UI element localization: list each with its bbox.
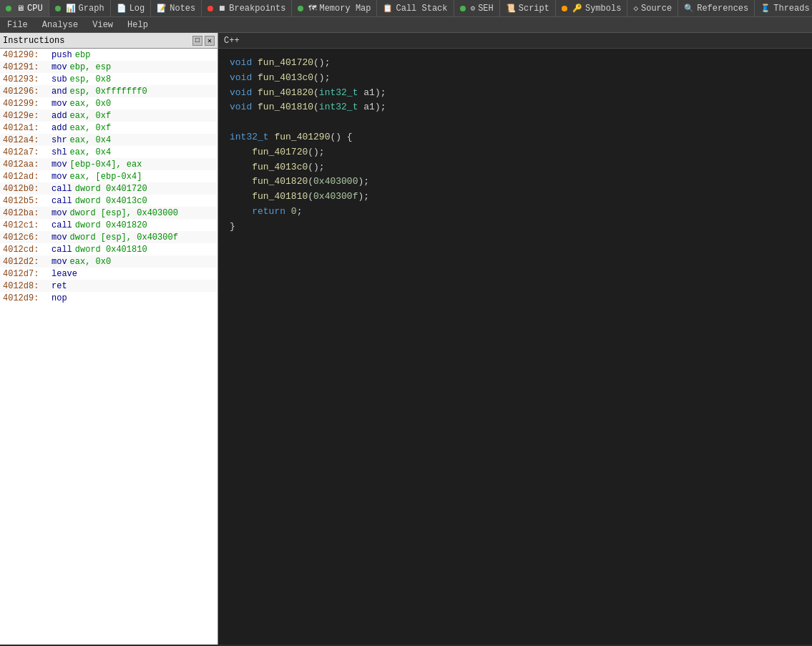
instr-address: 4012a1:	[3, 123, 46, 133]
table-row[interactable]: 4012d9:nop	[0, 292, 217, 304]
tab-script[interactable]: 📜Script	[500, 0, 556, 16]
instr-address: 401299:	[3, 99, 46, 109]
table-row[interactable]: 4012d7:leave	[0, 268, 217, 280]
panel-header: Instructions □ ✕	[0, 33, 217, 49]
table-row[interactable]: 4012c1:calldword 0x401820	[0, 219, 217, 231]
memmap-icon: 🗺	[308, 4, 316, 13]
graph-icon: 📊	[66, 4, 76, 13]
menu-help[interactable]: Help	[120, 17, 155, 32]
tab-seh[interactable]: ⚙SEH	[454, 0, 500, 16]
table-row[interactable]: 4012a7:shleax, 0x4	[0, 146, 217, 158]
instr-address: 4012a7:	[3, 147, 46, 157]
tab-label-threads: Threads	[773, 4, 809, 14]
symbols-icon: 🔑	[572, 4, 582, 13]
table-row[interactable]: 4012a4:shreax, 0x4	[0, 134, 217, 146]
table-row[interactable]: 4012b5:calldword 0x4013c0	[0, 195, 217, 207]
instr-operand: esp, 0xfffffff0	[70, 87, 147, 97]
bp-icon: ⏹	[218, 4, 226, 13]
seh-icon: ⚙	[471, 4, 476, 13]
instructions-list[interactable]: 401290:pushebp401291:movebp, esp401293:s…	[0, 49, 217, 645]
tab-breakpoints[interactable]: ⏹Breakpoints	[202, 0, 292, 16]
tab-cpu[interactable]: 🖥CPU	[0, 0, 49, 16]
table-row[interactable]: 401299:moveax, 0x0	[0, 97, 217, 109]
table-row[interactable]: 4012aa:mov[ebp-0x4], eax	[0, 158, 217, 170]
script-icon: 📜	[506, 4, 516, 13]
instr-address: 4012c6:	[3, 233, 46, 243]
float-button[interactable]: □	[192, 36, 202, 46]
table-row[interactable]: 4012ad:moveax, [ebp-0x4]	[0, 170, 217, 182]
callstack-icon: 📋	[383, 4, 393, 13]
menu-file[interactable]: File	[0, 17, 35, 32]
instr-operand: dword 0x401810	[75, 245, 147, 255]
menu-analyse[interactable]: Analyse	[35, 17, 85, 32]
menu-view[interactable]: View	[85, 17, 120, 32]
close-button[interactable]: ✕	[205, 36, 215, 46]
tab-symbols[interactable]: 🔑Symbols	[556, 0, 627, 16]
tab-label-script: Script	[519, 4, 549, 14]
instr-address: 401296:	[3, 87, 46, 97]
code-line: fun_401720();	[230, 145, 801, 160]
instr-operand: [ebp-0x4], eax	[70, 160, 142, 170]
instr-address: 401293:	[3, 74, 46, 84]
instr-operand: eax, 0x4	[70, 147, 112, 157]
tab-label-notes: Notes	[170, 4, 195, 14]
instr-opcode: call	[52, 196, 72, 206]
tab-references[interactable]: 🔍References	[678, 0, 755, 16]
table-row[interactable]: 40129e:addeax, 0xf	[0, 109, 217, 122]
tab-label-callstack: Call Stack	[396, 4, 447, 14]
table-row[interactable]: 4012c6:movdword [esp], 0x40300f	[0, 231, 217, 243]
code-line: void fun_401720();	[230, 56, 801, 71]
tab-label-breakpoints: Breakpoints	[229, 4, 285, 14]
tab-label-source: Source	[641, 4, 672, 14]
tab-notes[interactable]: 📝Notes	[151, 0, 202, 16]
menu-bar: FileAnalyseViewHelp	[0, 17, 812, 33]
instr-opcode: mov	[52, 208, 67, 218]
main-layout: Instructions □ ✕ 401290:pushebp401291:mo…	[0, 33, 812, 645]
instr-operand: dword 0x4013c0	[75, 196, 147, 206]
instr-opcode: mov	[52, 257, 67, 267]
tab-source[interactable]: ◇Source	[627, 0, 678, 16]
table-row[interactable]: 401290:pushebp	[0, 49, 217, 61]
table-row[interactable]: 4012d2:moveax, 0x0	[0, 255, 217, 268]
tab-threads[interactable]: 🧵Threads	[755, 0, 812, 16]
instr-opcode: call	[52, 220, 72, 230]
instr-opcode: mov	[52, 160, 67, 170]
instr-address: 4012d2:	[3, 257, 46, 267]
tab-log[interactable]: 📄Log	[111, 0, 152, 16]
tab-bar: 🖥CPU📊Graph📄Log📝Notes⏹Breakpoints🗺Memory …	[0, 0, 812, 17]
instr-operand: ebp	[75, 50, 91, 60]
code-line: fun_401820(0x403000);	[230, 175, 801, 190]
instr-address: 4012b0:	[3, 184, 46, 194]
instr-operand: eax, 0x0	[70, 99, 112, 109]
code-line: void fun_401820(int32_t a1);	[230, 86, 801, 101]
code-line: fun_401810(0x40300f);	[230, 190, 801, 205]
instr-operand: eax, 0xf	[70, 123, 112, 133]
code-area[interactable]: void fun_401720();void fun_4013c0();void…	[218, 49, 812, 645]
tab-callstack[interactable]: 📋Call Stack	[377, 0, 454, 16]
tab-label-memmap: Memory Map	[319, 4, 371, 14]
code-line: }	[230, 220, 801, 235]
table-row[interactable]: 4012a1:addeax, 0xf	[0, 122, 217, 134]
instr-operand: esp, 0x8	[70, 74, 112, 84]
table-row[interactable]: 401291:movebp, esp	[0, 61, 217, 73]
tab-memmap[interactable]: 🗺Memory Map	[292, 0, 377, 16]
instr-opcode: mov	[52, 172, 67, 182]
instr-address: 401291:	[3, 62, 46, 72]
table-row[interactable]: 401293:subesp, 0x8	[0, 73, 217, 85]
instr-address: 4012d9:	[3, 293, 46, 303]
table-row[interactable]: 4012ba:movdword [esp], 0x403000	[0, 207, 217, 219]
instr-address: 4012b5:	[3, 196, 46, 206]
instr-opcode: and	[52, 87, 67, 97]
code-line: fun_4013c0();	[230, 160, 801, 175]
code-line: return 0;	[230, 205, 801, 220]
tab-graph[interactable]: 📊Graph	[49, 0, 111, 16]
tab-label-seh: SEH	[478, 4, 494, 14]
table-row[interactable]: 4012b0:calldword 0x401720	[0, 182, 217, 195]
tab-label-references: References	[697, 4, 748, 14]
instr-opcode: mov	[52, 62, 67, 72]
table-row[interactable]: 4012d8:ret	[0, 280, 217, 292]
table-row[interactable]: 401296:andesp, 0xfffffff0	[0, 85, 217, 97]
table-row[interactable]: 4012cd:calldword 0x401810	[0, 243, 217, 255]
instr-operand: eax, [ebp-0x4]	[70, 172, 142, 182]
threads-icon: 🧵	[760, 4, 771, 13]
